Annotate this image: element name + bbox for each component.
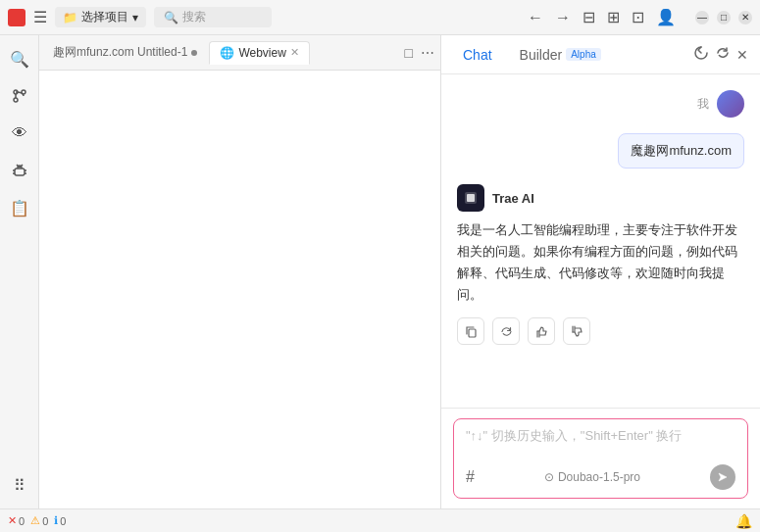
thumbs-down-button[interactable] — [563, 317, 590, 345]
sidebar-icon-search[interactable]: 🔍 — [4, 43, 35, 74]
editor-tabs: 趣网mfunz.com Untitled-1 🌐 Webview ✕ □ ⋯ — [39, 35, 440, 71]
title-bar: ☰ 📁 选择项目 ▾ 🔍 搜索 ← → ⊟ ⊞ ⊡ 👤 — □ ✕ — [0, 0, 760, 35]
user-message: 我 — [457, 90, 744, 118]
menu-icon[interactable]: ☰ — [33, 8, 47, 26]
nav-controls: ← → ⊟ ⊞ ⊡ 👤 — [524, 6, 680, 28]
info-icon: ℹ — [54, 514, 58, 527]
status-warnings[interactable]: ⚠ 0 — [30, 514, 48, 527]
split-editor-button[interactable]: □ — [403, 43, 415, 63]
editor-content — [39, 71, 440, 508]
split-view-2[interactable]: ⊞ — [603, 6, 624, 28]
hash-icon[interactable]: # — [466, 468, 475, 486]
status-bar: ✕ 0 ⚠ 0 ℹ 0 🔔 — [0, 508, 760, 532]
more-actions-button[interactable]: ⋯ — [419, 43, 436, 63]
model-name: Doubao-1.5-pro — [558, 470, 640, 484]
project-label: 选择项目 — [81, 9, 128, 25]
user-bubble: 魔趣网mfunz.com — [618, 133, 744, 169]
info-count: 0 — [60, 515, 66, 527]
ai-message: Trae AI 我是一名人工智能编程助理，主要专注于软件开发相关的问题。如果你有… — [457, 184, 744, 345]
warning-icon: ⚠ — [30, 514, 40, 527]
user-avatar — [717, 90, 744, 118]
notification-bell[interactable]: 🔔 — [735, 513, 752, 529]
warning-count: 0 — [42, 515, 48, 527]
folder-icon: 📁 — [63, 11, 77, 24]
user-label: 我 — [697, 96, 709, 113]
sidebar-icon-debug[interactable] — [4, 155, 35, 186]
tab-mfunz-dot — [191, 50, 197, 56]
split-view-3[interactable]: ⊡ — [628, 6, 648, 28]
history-back-button[interactable] — [693, 45, 709, 65]
chat-panel: Chat Builder Alpha ✕ 我 — [441, 35, 760, 508]
split-view-1[interactable]: ⊟ — [579, 6, 599, 28]
app-logo — [8, 9, 25, 26]
tab-mfunz[interactable]: 趣网mfunz.com Untitled-1 — [43, 40, 207, 65]
sidebar-icon-grid[interactable]: ⠿ — [4, 469, 35, 501]
chat-tab-label: Chat — [463, 47, 492, 63]
tab-webview-label: Webview — [238, 46, 285, 60]
main-container: 🔍 👁 📋 ⠿ — [0, 35, 760, 508]
sidebar: 🔍 👁 📋 ⠿ — [0, 35, 39, 508]
close-chat-button[interactable]: ✕ — [736, 47, 748, 63]
svg-rect-4 — [15, 169, 25, 175]
sidebar-icon-eye[interactable]: 👁 — [4, 118, 35, 149]
thumbs-up-button[interactable] — [528, 317, 555, 345]
webview-icon: 🌐 — [220, 46, 234, 60]
maximize-button[interactable]: □ — [717, 11, 731, 24]
chevron-down-icon: ▾ — [132, 11, 138, 24]
status-info[interactable]: ℹ 0 — [54, 514, 66, 527]
chat-header-actions: ✕ — [693, 45, 748, 65]
tab-chat[interactable]: Chat — [453, 43, 502, 67]
error-count: 0 — [19, 515, 25, 527]
builder-tab-label: Builder — [520, 47, 563, 63]
ai-name: Trae AI — [492, 191, 534, 206]
copy-button[interactable] — [457, 317, 484, 345]
svg-rect-13 — [469, 329, 476, 337]
svg-rect-12 — [467, 194, 475, 202]
chat-input-footer: # ⊙ Doubao-1.5-pro — [466, 464, 735, 490]
forward-button[interactable]: → — [551, 7, 575, 28]
sidebar-icon-task[interactable]: 📋 — [4, 192, 35, 223]
alpha-badge: Alpha — [566, 48, 601, 61]
search-text: 搜索 — [182, 9, 206, 25]
user-message-text: 魔趣网mfunz.com — [631, 143, 732, 158]
tab-mfunz-label: 趣网mfunz.com Untitled-1 — [53, 44, 187, 61]
chat-input-box[interactable]: "↑↓" 切换历史输入，"Shift+Enter" 换行 # ⊙ Doubao-… — [453, 418, 748, 499]
send-button[interactable] — [710, 464, 735, 490]
search-bar[interactable]: 🔍 搜索 — [154, 7, 272, 27]
model-icon: ⊙ — [544, 470, 554, 484]
search-icon: 🔍 — [164, 11, 178, 24]
window-controls: — □ ✕ — [695, 11, 752, 24]
chat-header: Chat Builder Alpha ✕ — [441, 35, 760, 74]
chat-input-placeholder[interactable]: "↑↓" 切换历史输入，"Shift+Enter" 换行 — [466, 427, 735, 457]
chat-messages: 我 魔趣网mfunz.com Trae AI — [441, 74, 760, 408]
editor-panel: 趣网mfunz.com Untitled-1 🌐 Webview ✕ □ ⋯ — [39, 35, 441, 508]
refresh-response-button[interactable] — [492, 317, 520, 345]
user-icon[interactable]: 👤 — [652, 6, 680, 28]
ai-avatar — [457, 184, 484, 212]
tab-builder[interactable]: Builder Alpha — [510, 43, 611, 67]
ai-message-body: 我是一名人工智能编程助理，主要专注于软件开发相关的问题。如果你有编程方面的问题，… — [457, 219, 744, 306]
tab-webview[interactable]: 🌐 Webview ✕ — [209, 41, 309, 65]
tab-actions: □ ⋯ — [403, 43, 436, 63]
minimize-button[interactable]: — — [695, 11, 709, 24]
model-selector[interactable]: ⊙ Doubao-1.5-pro — [544, 470, 640, 484]
error-icon: ✕ — [8, 514, 17, 527]
close-button[interactable]: ✕ — [738, 11, 752, 24]
sidebar-icon-branch[interactable] — [4, 80, 35, 112]
refresh-button[interactable] — [715, 45, 731, 65]
ai-action-buttons — [457, 317, 744, 345]
chat-input-area: "↑↓" 切换历史输入，"Shift+Enter" 换行 # ⊙ Doubao-… — [441, 408, 760, 508]
back-button[interactable]: ← — [524, 7, 547, 28]
project-selector[interactable]: 📁 选择项目 ▾ — [55, 7, 146, 27]
svg-point-1 — [14, 98, 18, 102]
status-errors[interactable]: ✕ 0 — [8, 514, 25, 527]
tab-webview-close[interactable]: ✕ — [290, 46, 299, 59]
user-bubble-wrapper: 魔趣网mfunz.com — [457, 133, 744, 169]
ai-header: Trae AI — [457, 184, 744, 212]
